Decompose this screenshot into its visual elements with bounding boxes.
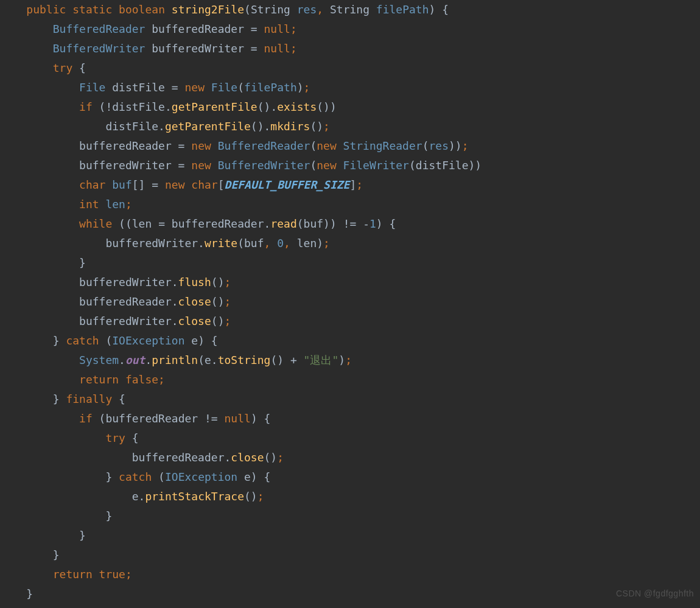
punct: ) [218,276,225,288]
keyword-boolean: boolean [119,3,165,16]
punct: ) [198,334,205,347]
keyword-int: int [79,198,99,211]
keyword-new: new [191,139,211,152]
code-line: } [0,253,700,273]
code-line: bufferedReader.close(); [0,292,700,312]
punct: , [264,237,271,250]
method-call: println [152,354,198,366]
method-call: close [178,315,211,327]
method-call: getParentFile [172,100,257,113]
punct: ) [317,120,323,133]
identifier: len [297,237,317,250]
punct: ( [198,354,205,366]
code-line: File distFile = new File(filePath); [0,78,700,97]
punct: ; [290,42,297,55]
punct: ( [211,315,218,327]
method-call: close [231,451,264,464]
identifier: len [132,217,152,230]
punct: ( [264,451,271,464]
keyword-try: try [53,61,73,74]
punct: ) [323,100,330,113]
punct: ) [218,315,225,327]
punct: ; [158,373,165,386]
punct: ) [338,354,345,366]
punct: ( [119,217,125,230]
punct: != [205,412,218,425]
punct: ( [422,139,429,152]
type: IOException [165,470,237,483]
punct: ( [310,120,317,133]
method-call: write [205,237,237,250]
identifier: bufferedReader [79,295,172,308]
punct: ; [277,451,284,464]
punct: { [119,393,125,405]
punct: ) [449,139,455,152]
punct: . [139,490,145,503]
keyword-new: new [184,81,205,94]
identifier: e [191,334,198,347]
punct: } [79,256,86,269]
param: filePath [376,3,429,16]
punct: ( [310,159,317,172]
code-line: try { [0,428,700,448]
identifier: buf [304,217,324,230]
code-line: } finally { [0,390,700,409]
keyword-null: null [264,42,290,55]
punct: . [211,354,218,366]
keyword-catch: catch [119,470,152,483]
identifier: distFile [416,159,469,172]
punct: [ [218,178,225,191]
identifier: len [105,198,125,211]
punct: ( [310,139,317,152]
punct: . [119,354,125,366]
type: IOException [112,334,184,347]
method-call: getParentFile [165,120,251,133]
identifier: bufferedWriter [105,237,198,250]
punct: } [53,548,60,561]
punct: . [145,354,152,366]
punct: = [251,23,257,35]
punct: ) [469,159,475,172]
string-literal: "退出" [304,354,339,366]
punct: ; [462,139,469,152]
identifier: bufferedReader [132,451,225,464]
punct: ] [139,178,145,191]
type: StringReader [343,139,422,152]
punct: ; [323,237,330,250]
punct: ) [277,354,284,366]
punct: ( [257,100,264,113]
punct: ) [264,100,271,113]
identifier: bufferedReader [172,217,264,230]
code-line: bufferedWriter.close(); [0,312,700,331]
keyword-new: new [191,159,211,172]
keyword-return: return [53,568,93,581]
punct: } [105,509,112,522]
punct: ) [297,81,304,94]
punct: - [363,217,369,230]
punct: { [390,217,396,230]
keyword-if: if [79,100,93,113]
punct: ( [237,81,244,94]
punct: { [442,3,449,16]
punct: ( [297,217,304,230]
code-line: distFile.getParentFile().mkdirs(); [0,117,700,136]
type: BufferedWriter [53,42,145,55]
punct: != [343,217,357,230]
type: BufferedWriter [218,159,310,172]
type: String [330,3,369,16]
punct: . [270,100,277,113]
identifier: bufferedWriter [79,315,172,327]
punct: ( [158,470,165,483]
punct: ) [429,3,436,16]
punct: ( [99,412,106,425]
punct: , [317,3,323,16]
punct: ( [211,295,218,308]
identifier: buf [112,178,132,191]
punct: ] [349,178,356,191]
punct: } [53,393,60,405]
punct: ; [257,490,264,503]
punct: ( [244,490,251,503]
punct: ) [455,139,462,152]
identifier: distFile [112,81,165,94]
punct: { [264,470,271,483]
